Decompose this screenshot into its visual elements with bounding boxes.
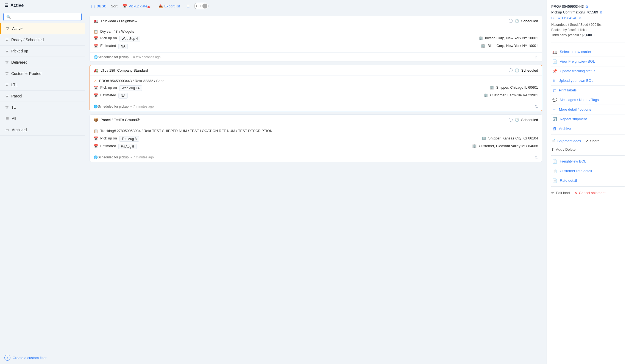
sidebar-item-label: TL [11, 105, 16, 110]
sidebar-item-active[interactable]: ▽ Active [0, 23, 85, 34]
secondary-action-list: 📄 Freightview BOL 📄 Customer rate detail… [551, 157, 625, 185]
messages-action[interactable]: 💬 Messages / Notes / Tags [551, 95, 625, 105]
pickup-label: Pick up on [100, 136, 117, 140]
footer-time: ~ 7 minutes ago [130, 105, 154, 108]
shipment-card-3: 📦 Parcel / FedEx Ground® 🕐 Scheduled 📋 T… [90, 114, 542, 162]
destination-icon: 🏢 [472, 144, 477, 148]
card-header-3: 📦 Parcel / FedEx Ground® 🕐 Scheduled [90, 115, 542, 125]
sort-desc-icon: ↕ [91, 4, 93, 8]
footer-text: Scheduled for pickup [98, 55, 129, 59]
freightview-bol-action[interactable]: 📄 Freightview BOL [551, 157, 625, 166]
expand-icon[interactable]: ⇅ [535, 104, 538, 109]
upload-icon: ⬆ [552, 79, 556, 83]
add-delete-button[interactable]: ⬆ Add / Delete [551, 147, 576, 152]
view-bol-action[interactable]: 📄 View Freightview BOL [551, 57, 625, 66]
update-tracking-action[interactable]: 📌 Update tracking status [551, 66, 625, 76]
upload-bol-action[interactable]: ⬆ Upload your own BOL [551, 76, 625, 86]
rate-detail-icon: 📄 [552, 178, 557, 183]
estimated-date: NA [118, 93, 128, 99]
calendar-orange-icon: 📅 [94, 136, 98, 141]
globe-icon: 🌐 [94, 105, 98, 108]
sidebar-item-label: LTL [11, 83, 18, 87]
expand-icon[interactable]: ⇅ [535, 155, 538, 159]
carrier-name: Parcel / FedEx Ground® [101, 118, 140, 122]
sort-desc-button[interactable]: ↕ ↕ DESC [91, 4, 107, 8]
sidebar-item-label: Ready / Scheduled [11, 38, 44, 42]
arrow-right-icon: → [552, 107, 556, 112]
estimated-row: 📅 Estimated NA 🏢 Customer, Farmville VA … [94, 93, 538, 99]
sidebar-item-picked-up[interactable]: ▽ Picked up [0, 46, 85, 57]
carrier-name: Truckload / Freightview [101, 19, 137, 23]
customer-rate-action[interactable]: 📄 Customer rate detail [551, 166, 625, 176]
repeat-shipment-action[interactable]: 🔄 Repeat shipment [551, 114, 625, 124]
sidebar-item-tl[interactable]: ▽ TL [0, 102, 85, 113]
pickup-date: Wed Aug 14 [119, 85, 142, 91]
card-footer-3: 🌐 Scheduled for pickup ~ 7 minutes ago ⇅ [90, 153, 542, 162]
copy-pickup-icon[interactable]: ⧉ [600, 10, 602, 14]
sidebar-item-ltl[interactable]: ▽ LTL [0, 79, 85, 91]
sidebar-item-customer-routed[interactable]: ▽ Customer Routed [0, 68, 85, 79]
print-labels-action[interactable]: 🏷 Print labels [551, 86, 625, 95]
calendar-orange-icon: 📅 [94, 36, 98, 40]
meta-line3: Third party prepaid / $5,600.00 [551, 33, 625, 38]
sidebar-item-label: Parcel [11, 94, 22, 98]
sidebar: ☰ Active 🔍 ▽ Active ▽ Ready / Scheduled … [0, 0, 85, 364]
archive-label: Archive [559, 127, 571, 131]
pickup-date-sort-button[interactable]: 📅 Pickup date [123, 4, 150, 8]
export-list-button[interactable]: 📤 Export list [158, 4, 180, 8]
estimated-label: Estimated [100, 93, 116, 97]
status-circle-icon [509, 19, 513, 23]
copy-bol-icon[interactable]: ⧉ [579, 16, 581, 20]
edit-load-button[interactable]: ✏ Edit load [551, 191, 570, 195]
pickup-label: Pick up on [100, 36, 117, 40]
archive-icon: ▭ [5, 128, 9, 132]
card-header-1: 🚛 Truckload / Freightview 🕐 Scheduled [90, 16, 542, 26]
bottom-actions-group: 📄 Shipment docs ↗ Share ⬆ Add / Delete [551, 136, 625, 154]
footer-time: ~ a few seconds ago [130, 55, 160, 59]
calendar-icon: 📅 [123, 4, 127, 8]
list-icon-button[interactable]: ☰ [187, 4, 190, 8]
sidebar-item-parcel[interactable]: ▽ Parcel [0, 91, 85, 102]
more-detail-action[interactable]: → More detail / options [551, 105, 625, 114]
filter-icon: ▽ [5, 60, 9, 65]
calendar-green-icon: 📅 [94, 93, 98, 97]
sidebar-item-all[interactable]: ☰ All [0, 113, 85, 124]
status-circle-icon [509, 68, 513, 72]
description-row: 📋 Tracking# 278050053034 / Ref# TEST SHI… [94, 128, 538, 134]
pickup-date: Thu Aug 8 [119, 136, 139, 142]
estimated-row: 📅 Estimated NA 🏢 Blind Corp, New York NY… [94, 44, 538, 49]
expand-icon[interactable]: ⇅ [535, 55, 538, 59]
origin-icon: 🏢 [489, 85, 494, 89]
rate-detail-action[interactable]: 📄 Rate detail [551, 176, 625, 185]
sidebar-item-ready-scheduled[interactable]: ▽ Ready / Scheduled [0, 34, 85, 46]
create-custom-filter-button[interactable]: ↑ Create a custom filter [0, 351, 85, 364]
card-status-2: 🕐 Scheduled [509, 68, 538, 72]
toggle-wrap: OFF [194, 3, 208, 9]
search-bar[interactable]: 🔍 [3, 13, 82, 21]
search-input[interactable] [12, 15, 79, 19]
off-toggle[interactable]: OFF [194, 3, 208, 9]
share-icon: ↗ [585, 139, 588, 143]
share-button[interactable]: ↗ Share [585, 139, 600, 143]
pickup-row: 📅 Pick up on Thu Aug 8 🏢 Shipper, Kansas… [94, 136, 538, 142]
repeat-shipment-label: Repeat shipment [560, 117, 587, 121]
origin: Initech Corp, New York NY 10001 [485, 36, 538, 40]
cancel-label: Cancel shipment [579, 191, 606, 195]
customer-rate-label: Customer rate detail [560, 169, 592, 173]
bol-number-line: BOL# 11984240 ⧉ [551, 16, 625, 20]
view-bol-label: View Freightview BOL [560, 59, 595, 63]
sidebar-item-delivered[interactable]: ▽ Delivered [0, 57, 85, 68]
section-divider-1 [551, 135, 625, 135]
shipment-meta: Hazardous / Seed / Seed / 900 lbs. Booke… [551, 22, 625, 38]
sidebar-item-archived[interactable]: ▭ Archived [0, 124, 85, 136]
copy-pro-icon[interactable]: ⧉ [586, 5, 588, 9]
meta-line2: Booked by Josefa Hicks [551, 27, 625, 33]
filter-icon: ▽ [5, 94, 9, 98]
archive-action[interactable]: 🗄 Archive [551, 124, 625, 133]
pickup-confirmation: Pickup Confirmation# 765589 [551, 10, 598, 14]
card-carrier-2: 🚛 LTL / 18th Company Standard [94, 68, 148, 72]
cancel-shipment-button[interactable]: ✕ Cancel shipment [574, 191, 606, 195]
select-carrier-action[interactable]: 🚛 Select a new carrier [551, 47, 625, 57]
shipment-docs-button[interactable]: 📄 Shipment docs [551, 139, 581, 143]
bol-number[interactable]: BOL# 11984240 [551, 16, 577, 20]
